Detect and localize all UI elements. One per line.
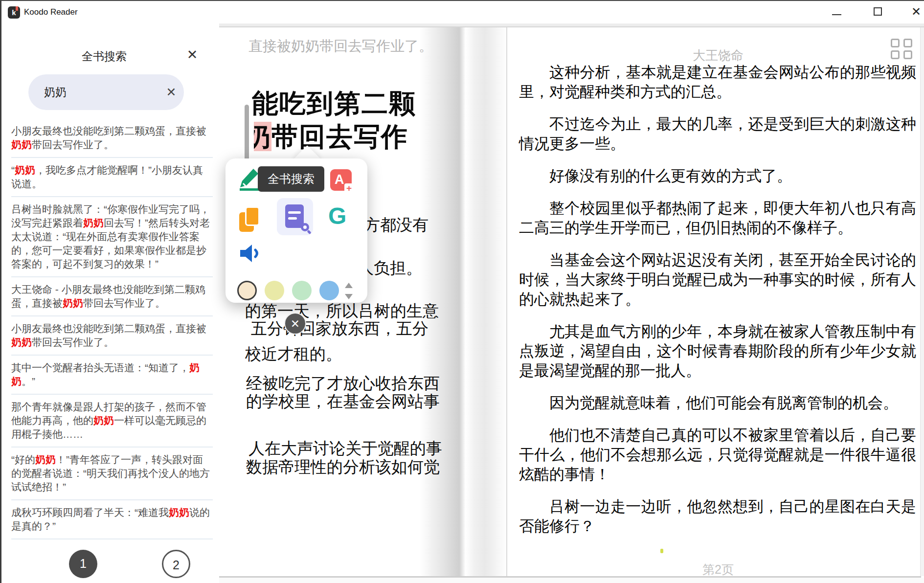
below-page-area <box>212 578 924 583</box>
sort-up-icon <box>345 283 353 288</box>
maximize-button[interactable] <box>867 1 889 22</box>
highlight-color-swatch[interactable] <box>319 281 339 300</box>
search-results-list: 小朋友最终也没能吃到第二颗鸡蛋，直接被奶奶带回去写作业了。“奶奶，我吃多点才能觉… <box>11 119 213 547</box>
right-page-outer-edge <box>920 27 924 576</box>
search-result-item[interactable]: “奶奶，我吃多点才能觉醒啊！”小朋友认真说道。 <box>11 158 213 197</box>
search-result-item[interactable]: 那个青年就像是跟人打架的孩子，然而不管他能力再高，他的奶奶一样可以毫无顾忌的用棍… <box>11 395 213 448</box>
search-result-item[interactable]: 小朋友最终也没能吃到第二颗鸡蛋，直接被奶奶带回去写作业了。 <box>11 316 213 356</box>
search-result-item[interactable]: 其中一个觉醒者抬头无语道：“知道了，奶奶。” <box>11 356 213 395</box>
search-result-item[interactable]: “好的奶奶！”青年答应了一声，转头跟对面的觉醒者说道：“明天我们再找个没人的地方… <box>11 448 213 500</box>
highlight-dot <box>660 549 663 553</box>
dismiss-selection-button[interactable]: ✕ <box>284 313 306 335</box>
highlight-color-swatch[interactable] <box>237 281 257 300</box>
app-title: Koodo Reader <box>24 7 78 17</box>
close-icon: ✕ <box>911 5 921 19</box>
document-search-icon[interactable] <box>277 198 313 235</box>
paragraph: 他们也不清楚自己真的可以不被家里管着以后，自己要干什么，他们不会想那么远，只觉得… <box>519 426 916 484</box>
sort-arrows-icon[interactable] <box>345 283 353 299</box>
grid-square <box>891 39 900 47</box>
grid-square <box>903 50 912 59</box>
left-page-text-line: 数据帝理性的分析该如何觉 <box>246 456 440 478</box>
paragraph: 因为觉醒就意味着，他们可能会有脱离管制的机会。 <box>519 393 916 413</box>
search-panel-close-button[interactable]: ✕ <box>184 47 200 63</box>
search-panel-title: 全书搜索 <box>1 49 207 64</box>
paragraph: 这种分析，基本就是建立在基金会网站公布的那些视频里，对觉醒种类和方式的汇总。 <box>519 63 916 102</box>
maximize-icon <box>874 7 882 16</box>
grid-square <box>903 39 912 47</box>
left-page-text-line: 校近才租的。 <box>245 343 342 365</box>
plus-badge: + <box>344 183 354 193</box>
left-page-magnified-line2: 奶带回去写作 <box>244 119 408 155</box>
doc-line <box>288 211 301 214</box>
paragraph: 当基金会这个网站迟迟没有关闭，甚至开始全民讨论的时候，当大家终于明白觉醒已成为一… <box>519 250 916 309</box>
clear-search-icon[interactable]: ✕ <box>163 84 179 100</box>
page-top-edge <box>212 23 924 27</box>
koodo-reader-window: 直接被奶奶带回去写作业了。 能吃到第二颗 奶带回去写作 双方都没有人负担。的第一… <box>0 0 924 583</box>
copy-page-front <box>245 206 260 226</box>
translate-font-icon[interactable]: A + <box>330 169 352 191</box>
results-page-1-button[interactable]: 1 <box>69 550 97 578</box>
sort-down-icon <box>345 294 353 299</box>
grid-square <box>891 50 900 59</box>
search-input[interactable] <box>44 74 157 110</box>
speaker-tts-icon[interactable] <box>239 243 261 264</box>
search-field-container: ✕ <box>28 74 184 110</box>
titlebar: k Koodo Reader ✕ <box>1 1 924 23</box>
close-window-button[interactable]: ✕ <box>906 1 924 22</box>
magnifier-handle <box>307 230 311 234</box>
highlighter-pen-icon[interactable] <box>238 167 260 191</box>
text-selection-popup: A + 全书搜索 G <box>225 158 367 303</box>
highlight-color-swatch[interactable] <box>292 281 312 300</box>
left-page-text-line: 五分钟回家放东西，五分 <box>251 318 428 340</box>
left-page-magnified-line1: 能吃到第二颗 <box>252 86 416 122</box>
right-page-left-edge <box>506 27 507 576</box>
document-shape <box>285 204 304 228</box>
results-page-2-button[interactable]: 2 <box>162 550 190 578</box>
paragraph: 吕树一边走一边听，他忽然想到，自己的星图在白天是否能修行？ <box>519 497 916 536</box>
bookmark-icon <box>16 6 18 11</box>
grid-view-icon[interactable] <box>891 39 913 61</box>
left-page-faded-line: 直接被奶奶带回去写作业了。 <box>248 37 433 56</box>
paragraph: 尤其是血气方刚的少年，本身就在被家人管教压制中有点叛逆，渴望自由，这个时候青春期… <box>519 322 916 381</box>
right-page-text: 这种分析，基本就是建立在基金会网站公布的那些视频里，对觉醒种类和方式的汇总。不过… <box>519 63 916 549</box>
search-result-item[interactable]: 大王饶命 - 小朋友最终也没能吃到第二颗鸡蛋，直接被奶奶带回去写作业了。 <box>11 277 213 316</box>
app-logo-icon: k <box>8 6 20 19</box>
search-result-item[interactable]: 小朋友最终也没能吃到第二颗鸡蛋，直接被奶奶带回去写作业了。 <box>11 119 213 158</box>
minimize-button[interactable] <box>825 1 848 22</box>
left-page-text-line: 的学校里，在基金会网站事 <box>246 391 440 413</box>
paragraph: 不过迄今为止，最大的几率，还是受到巨大的刺激这种情况更多一些。 <box>519 114 916 154</box>
search-result-item[interactable]: 吕树当时脸就黑了：“你寒假作业写完了吗，没写完赶紧跟着奶奶回去写！”然后转头对老… <box>11 197 213 277</box>
page-number-footer: 第2页 <box>520 561 916 578</box>
chapter-title: 大王饶命 <box>520 47 916 64</box>
paragraph: 整个校园里似乎都热闹了起来，即便大年初八也只有高二高三的学生开学而已，但仍旧热闹… <box>519 199 916 238</box>
highlight-color-swatch[interactable] <box>265 281 284 300</box>
minimize-icon <box>832 14 841 15</box>
search-result-item[interactable]: 成秋巧环顾四周看了半天：“难道我奶奶说的是真的？” <box>11 500 213 539</box>
google-search-icon[interactable]: G <box>328 202 353 230</box>
copy-icon[interactable] <box>239 206 262 235</box>
search-panel: 全书搜索 ✕ ✕ 小朋友最终也没能吃到第二颗鸡蛋，直接被奶奶带回去写作业了。“奶… <box>1 23 219 583</box>
doc-line <box>288 217 297 220</box>
tooltip: 全书搜索 <box>258 166 324 192</box>
paragraph: 好像没有别的什么更有效的方式了。 <box>519 166 916 186</box>
